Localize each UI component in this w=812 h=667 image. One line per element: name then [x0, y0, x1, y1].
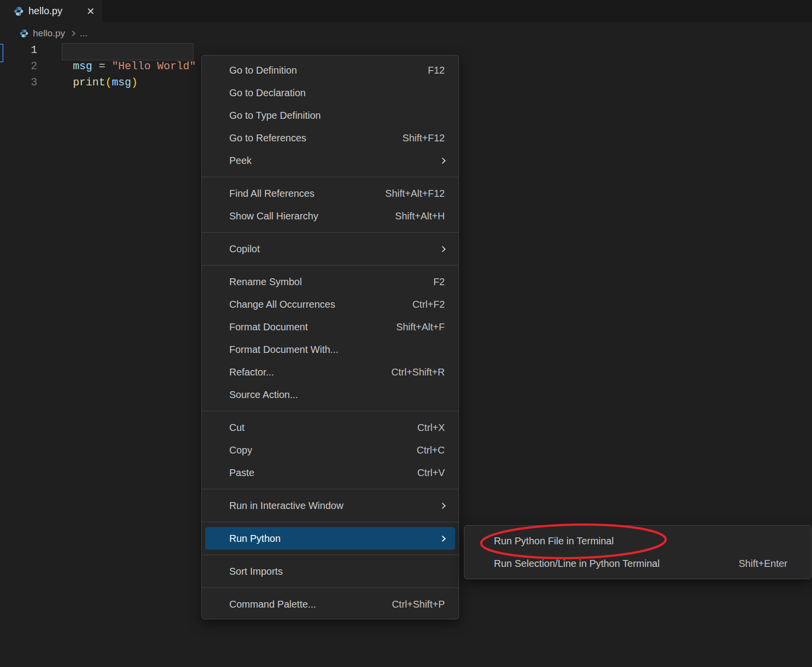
menu-item-source-action[interactable]: Source Action... — [202, 383, 459, 406]
code-token-paren-open: ( — [105, 77, 111, 89]
python-file-icon — [20, 29, 28, 38]
submenu-chevron-icon — [439, 535, 446, 542]
menu-item-label: Peek — [229, 155, 440, 166]
menu-separator — [202, 587, 459, 588]
menu-item-shortcut: F2 — [433, 276, 445, 288]
menu-item-shortcut: Ctrl+Shift+R — [391, 367, 445, 378]
menu-item-label: Go to Definition — [229, 65, 428, 76]
menu-item-run-python[interactable]: Run Python — [205, 527, 455, 550]
menu-item-label: Refactor... — [229, 367, 391, 378]
menu-item-label: Go to Declaration — [229, 87, 445, 99]
submenu-chevron-icon — [439, 503, 446, 509]
menu-item-rename-symbol[interactable]: Rename Symbol F2 — [202, 270, 459, 293]
submenu-chevron-icon — [439, 246, 446, 252]
menu-item-shortcut: Ctrl+X — [417, 422, 445, 433]
menu-separator — [202, 555, 459, 555]
menu-item-label: Find All References — [229, 188, 385, 199]
menu-item-paste[interactable]: Paste Ctrl+V — [202, 461, 459, 484]
menu-item-label: Rename Symbol — [229, 276, 433, 288]
menu-item-command-palette[interactable]: Command Palette... Ctrl+Shift+P — [202, 593, 459, 615]
breadcrumb-more[interactable]: ... — [80, 28, 88, 39]
submenu-item-run-selection-line-in-python-terminal[interactable]: Run Selection/Line in Python Terminal Sh… — [464, 552, 811, 575]
breadcrumb-chevron-icon — [70, 30, 75, 36]
menu-item-show-call-hierarchy[interactable]: Show Call Hierarchy Shift+Alt+H — [202, 205, 459, 227]
menu-item-run-in-interactive-window[interactable]: Run in Interactive Window — [202, 494, 459, 517]
menu-item-label: Run Python File in Terminal — [494, 535, 787, 547]
menu-item-label: Paste — [229, 467, 417, 479]
submenu-chevron-icon — [439, 158, 446, 164]
menu-item-label: Source Action... — [229, 389, 445, 400]
code-line-2[interactable]: print(msg) — [60, 58, 137, 91]
menu-separator — [202, 232, 459, 233]
code-token-argument: msg — [112, 77, 132, 89]
code-token-paren-close: ) — [131, 77, 137, 89]
menu-separator — [202, 177, 459, 177]
menu-item-label: Cut — [229, 422, 417, 433]
line-number-2[interactable]: 2 — [18, 58, 37, 75]
menu-item-format-document-with[interactable]: Format Document With... — [202, 338, 459, 361]
breadcrumb-file[interactable]: hello.py — [33, 28, 65, 39]
menu-item-shortcut: Ctrl+F2 — [412, 299, 445, 310]
menu-item-label: Format Document With... — [229, 344, 445, 355]
menu-item-copilot[interactable]: Copilot — [202, 238, 459, 260]
menu-item-shortcut: Ctrl+V — [417, 467, 445, 479]
menu-item-shortcut: Shift+Alt+F — [396, 321, 445, 333]
tab-title: hello.py — [28, 5, 62, 17]
menu-item-shortcut: Ctrl+Shift+P — [392, 599, 445, 610]
menu-separator — [202, 411, 459, 411]
menu-separator — [202, 489, 459, 489]
menu-item-label: Command Palette... — [229, 599, 392, 610]
menu-item-label: Show Call Hierarchy — [229, 211, 395, 222]
menu-item-label: Change All Occurrences — [229, 299, 412, 310]
gutter-focus-marker — [0, 44, 3, 62]
menu-item-shortcut: F12 — [428, 65, 445, 76]
code-token-function: print — [73, 77, 105, 89]
menu-item-find-all-references[interactable]: Find All References Shift+Alt+F12 — [202, 182, 459, 205]
menu-item-shortcut: Shift+Alt+F12 — [385, 188, 445, 199]
tab-close-icon[interactable]: ✕ — [86, 6, 95, 16]
menu-item-label: Run Selection/Line in Python Terminal — [494, 558, 738, 569]
menu-item-sort-imports[interactable]: Sort Imports — [202, 560, 459, 583]
menu-item-go-to-references[interactable]: Go to References Shift+F12 — [202, 127, 459, 149]
menu-item-go-to-declaration[interactable]: Go to Declaration — [202, 81, 459, 104]
menu-item-label: Sort Imports — [229, 566, 445, 577]
python-file-icon — [14, 6, 24, 16]
line-number-1[interactable]: 1 — [18, 42, 37, 58]
menu-item-label: Go to Type Definition — [229, 110, 445, 121]
menu-item-change-all-occurrences[interactable]: Change All Occurrences Ctrl+F2 — [202, 293, 459, 316]
menu-item-copy[interactable]: Copy Ctrl+C — [202, 439, 459, 461]
tab-hello-py[interactable]: hello.py ✕ — [0, 0, 103, 22]
menu-item-shortcut: Ctrl+C — [417, 445, 445, 456]
menu-item-shortcut: Shift+F12 — [403, 133, 445, 144]
submenu-item-run-python-file-in-terminal[interactable]: Run Python File in Terminal — [464, 530, 811, 552]
menu-item-label: Run Python — [229, 533, 440, 544]
tab-bar: hello.py ✕ — [0, 0, 812, 22]
menu-separator — [202, 265, 459, 266]
menu-item-shortcut: Shift+Alt+H — [395, 211, 445, 222]
menu-separator — [202, 522, 459, 522]
menu-item-shortcut: Shift+Enter — [738, 558, 787, 569]
line-number-3[interactable]: 3 — [18, 75, 37, 91]
menu-item-refactor[interactable]: Refactor... Ctrl+Shift+R — [202, 361, 459, 383]
menu-item-label: Go to References — [229, 133, 403, 144]
menu-item-go-to-definition[interactable]: Go to Definition F12 — [202, 59, 459, 81]
menu-item-label: Copy — [229, 445, 417, 456]
menu-item-go-to-type-definition[interactable]: Go to Type Definition — [202, 104, 459, 127]
menu-item-format-document[interactable]: Format Document Shift+Alt+F — [202, 316, 459, 338]
menu-item-peek[interactable]: Peek — [202, 149, 459, 172]
run-python-submenu: Run Python File in Terminal Run Selectio… — [464, 525, 812, 579]
menu-item-label: Format Document — [229, 321, 396, 333]
editor-context-menu: Go to Definition F12 Go to Declaration G… — [201, 55, 459, 619]
breadcrumb: hello.py ... — [20, 27, 87, 40]
menu-item-label: Copilot — [229, 243, 440, 255]
menu-item-cut[interactable]: Cut Ctrl+X — [202, 416, 459, 439]
menu-item-label: Run in Interactive Window — [229, 500, 440, 511]
